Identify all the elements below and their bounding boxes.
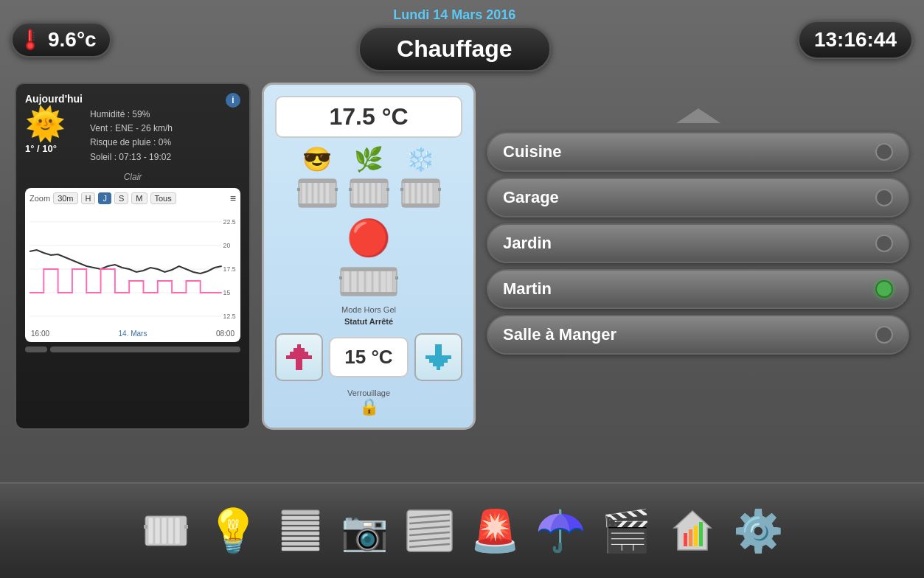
set-temp-display: 15 °C [329,337,409,377]
svg-rect-32 [371,181,375,206]
toolbar-camera[interactable]: 📷 [341,512,389,550]
svg-rect-105 [144,525,147,529]
zoom-h[interactable]: H [81,192,96,204]
mode-eco[interactable]: 🌿 [349,145,389,210]
room-indicator-4 [875,326,893,344]
temperature-value: 9.6°c [48,28,97,52]
mode-hot[interactable]: 😎 [297,145,338,210]
scrollbar-right[interactable] [50,347,240,352]
temperature-display: 9.6°c [11,22,111,58]
rooms-panel: CuisineGarageJardinMartinSalle à Manger [487,83,909,430]
svg-rect-86 [440,355,444,359]
chart-x-label-1: 16:00 [31,330,49,338]
toolbar-camera-icon: 📷 [341,512,389,550]
svg-rect-68 [305,352,308,355]
mode-hors-gel-label: Mode Hors Gel [341,305,396,314]
date-title-area: Lundi 14 Mars 2016 Chauffage [111,7,798,72]
zoom-tous[interactable]: Tous [150,192,176,204]
svg-rect-123 [684,533,687,546]
leaf-icon: 🌿 [354,145,383,173]
arrow-up-icon [282,341,316,374]
toolbar-energy[interactable] [667,505,718,557]
svg-rect-24 [299,179,336,183]
date-display: Lundi 14 Mars 2016 [111,7,798,23]
svg-rect-57 [341,292,397,296]
toolbar-light-icon: 💡 [206,509,260,552]
svg-rect-66 [297,352,301,355]
svg-rect-113 [282,542,319,546]
temp-up-button[interactable] [275,333,323,381]
toolbar-music[interactable]: 🎬 [601,511,652,551]
room-btn-jardin[interactable]: Jardin [487,223,909,263]
svg-rect-110 [282,526,319,530]
toolbar-settings[interactable]: ⚙️ [733,511,784,551]
svg-rect-52 [366,269,372,294]
zoom-m[interactable]: M [131,192,147,204]
radiator-hot-icon [297,173,338,210]
svg-rect-83 [429,355,433,359]
room-btn-garage[interactable]: Garage [487,178,909,217]
radiator-eco-icon [349,173,389,210]
lock-icon[interactable]: 🔒 [359,397,379,417]
sun-glasses-icon: 😎 [302,145,332,173]
svg-rect-22 [319,181,324,206]
svg-text:17.5: 17.5 [223,265,236,273]
chart-area: Zoom 30m H J S M Tous ≡ 22.5 20 17.5 [25,188,240,342]
rooms-container: CuisineGarageJardinMartinSalle à Manger [487,132,909,361]
power-button[interactable]: 🔴 [347,217,391,259]
svg-rect-65 [293,352,297,355]
room-label-2: Jardin [503,234,552,253]
svg-rect-93 [444,359,448,363]
svg-rect-97 [437,366,440,370]
weather-info-button[interactable]: i [226,93,240,108]
clock-value: 13:16:44 [814,28,897,51]
room-label-1: Garage [503,188,559,207]
toolbar-shutter[interactable] [274,505,326,557]
zoom-s[interactable]: S [114,192,128,204]
svg-rect-40 [411,181,415,206]
main-content: Aujourd'hui 🌞 1° / 10° i Humidité : 59% … [0,83,924,430]
svg-rect-124 [689,529,692,546]
clock-display: 13:16:44 [798,21,913,59]
svg-rect-37 [386,188,389,191]
svg-rect-100 [148,518,153,544]
svg-rect-114 [282,547,319,551]
svg-rect-102 [161,518,167,544]
toolbar-ventilation[interactable] [403,505,455,557]
toolbar-radiator[interactable] [140,505,192,557]
svg-rect-85 [437,355,440,359]
room-btn-martin[interactable]: Martin [487,269,909,309]
room-btn-salle-à-manger[interactable]: Salle à Manger [487,315,909,355]
toolbar-weather[interactable]: ☂️ [535,511,586,551]
bottom-toolbar: 💡 📷 [0,482,924,578]
svg-rect-108 [282,516,319,520]
weather-panel: Aujourd'hui 🌞 1° / 10° i Humidité : 59% … [15,83,251,430]
svg-rect-125 [694,526,698,546]
current-temp-display: 17.5 °C [275,96,462,138]
zoom-menu-icon[interactable]: ≡ [230,192,236,204]
toolbar-light[interactable]: 💡 [206,509,260,552]
toolbar-alarm[interactable]: 🚨 [470,511,521,551]
svg-rect-33 [377,181,381,206]
svg-rect-25 [299,203,336,207]
toolbar-radiator-icon [140,505,192,557]
svg-rect-27 [335,188,338,191]
temp-down-button[interactable] [414,333,462,381]
svg-rect-106 [184,525,188,529]
zoom-j[interactable]: J [98,192,111,204]
scrollbar-area [25,347,240,352]
room-indicator-0 [875,143,893,161]
weather-today: Aujourd'hui 🌞 1° / 10° i Humidité : 59% … [25,93,240,164]
svg-rect-79 [435,344,442,348]
svg-rect-90 [433,359,437,363]
svg-rect-23 [325,181,330,206]
svg-rect-126 [699,522,703,546]
rooms-chevron-up [487,105,909,130]
svg-rect-91 [437,359,440,363]
chart-x-labels: 16:00 14. Mars 08:00 [29,330,236,338]
zoom-30m[interactable]: 30m [53,192,77,204]
radiator-frost-icon [400,173,441,210]
mode-frost[interactable]: ❄️ [400,145,441,210]
room-btn-cuisine[interactable]: Cuisine [487,132,909,172]
scrollbar-left[interactable] [25,347,47,352]
